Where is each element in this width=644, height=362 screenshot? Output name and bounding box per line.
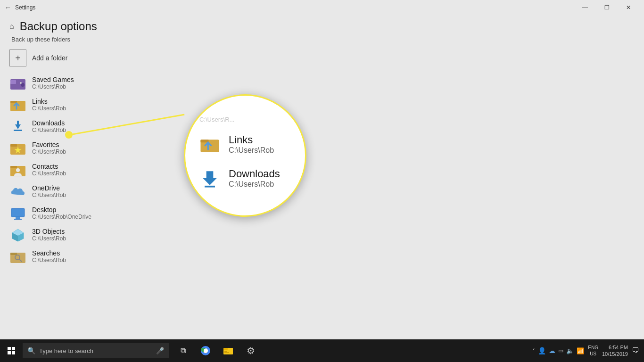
chrome-button[interactable] bbox=[194, 339, 217, 362]
list-item[interactable]: OneDrive C:\Users\Rob bbox=[9, 181, 635, 202]
list-item[interactable]: Desktop C:\Users\Rob\OneDrive bbox=[9, 202, 635, 224]
settings-button[interactable]: ⚙ bbox=[239, 339, 262, 362]
magnify-item-info: Links C:\Users\Rob bbox=[229, 134, 274, 155]
folder-info: Desktop C:\Users\Rob\OneDrive bbox=[32, 206, 91, 220]
folder-info: Links C:\Users\Rob bbox=[32, 98, 66, 112]
folder-name: OneDrive bbox=[32, 184, 66, 192]
svg-marker-29 bbox=[203, 171, 216, 185]
svg-point-3 bbox=[20, 82, 22, 84]
back-arrow-icon[interactable]: ← bbox=[5, 4, 11, 11]
win-square-2 bbox=[12, 347, 15, 350]
add-folder-button[interactable]: + Add a folder bbox=[9, 48, 635, 68]
favorites-icon bbox=[9, 140, 26, 156]
folder-path: C:\Users\Rob bbox=[32, 105, 66, 112]
win-square-4 bbox=[12, 351, 15, 354]
svg-point-14 bbox=[16, 168, 20, 172]
taskbar: 🔍 Type here to search 🎤 ⧉ bbox=[0, 339, 644, 362]
magnify-item-name: Downloads bbox=[229, 168, 280, 180]
list-item[interactable]: 3D Objects C:\Users\Rob bbox=[9, 224, 635, 246]
svg-rect-36 bbox=[224, 351, 227, 352]
clock-time: 6:54 PM bbox=[609, 344, 628, 351]
list-item[interactable]: Contacts C:\Users\Rob bbox=[9, 159, 635, 181]
page-title: Backup options bbox=[20, 20, 97, 33]
list-item[interactable]: Favorites C:\Users\Rob bbox=[9, 137, 635, 159]
svg-rect-13 bbox=[10, 166, 17, 168]
title-bar-title: Settings bbox=[15, 4, 35, 11]
svg-rect-18 bbox=[14, 219, 22, 220]
taskbar-clock[interactable]: 6:54 PM 10/15/2019 bbox=[602, 344, 628, 358]
folder-name: 3D Objects bbox=[32, 228, 66, 235]
windows-icon bbox=[8, 347, 15, 354]
minimize-button[interactable]: — bbox=[574, 0, 596, 15]
title-bar-left: ← Settings bbox=[5, 4, 35, 11]
saved-games-icon bbox=[9, 74, 26, 91]
home-icon[interactable]: ⌂ bbox=[9, 22, 14, 31]
magnify-item-info: Downloads C:\Users\Rob bbox=[229, 168, 280, 189]
people-icon[interactable]: 👤 bbox=[538, 347, 546, 354]
onedrive-icon bbox=[9, 183, 26, 200]
svg-rect-24 bbox=[10, 253, 17, 255]
language-text: ENG bbox=[588, 345, 598, 351]
magnify-item-name: Links bbox=[229, 134, 274, 146]
restore-button[interactable]: ❐ bbox=[596, 0, 618, 15]
folder-path: C:\Users\Rob bbox=[32, 235, 66, 242]
folder-path: C:\Users\Rob bbox=[32, 170, 66, 177]
desktop-icon bbox=[9, 205, 26, 222]
folder-info: Downloads C:\Users\Rob bbox=[32, 119, 66, 133]
folder-path: C:\Users\Rob bbox=[32, 192, 66, 198]
svg-rect-1 bbox=[10, 80, 16, 84]
folder-path: C:\Users\Rob bbox=[32, 148, 66, 155]
list-item[interactable]: Saved Games C:\Users\Rob bbox=[9, 72, 635, 94]
title-bar-controls: — ❐ ✕ bbox=[574, 0, 639, 15]
notification-icon[interactable]: 🗨 bbox=[632, 346, 639, 355]
list-item[interactable]: Downloads C:\Users\Rob bbox=[9, 115, 635, 137]
searches-icon bbox=[9, 248, 26, 265]
add-icon: + bbox=[9, 49, 26, 66]
list-item[interactable]: Links C:\Users\Rob bbox=[9, 94, 635, 115]
folder-list: Saved Games C:\Users\Rob Links C:\Users\… bbox=[9, 72, 635, 267]
folder-path: C:\Users\Rob\OneDrive bbox=[32, 214, 91, 220]
contacts-icon bbox=[9, 161, 26, 178]
clock-date: 10/15/2019 bbox=[602, 351, 628, 357]
folder-name: Desktop bbox=[32, 206, 91, 214]
taskbar-apps: ⧉ ⚙ bbox=[172, 339, 262, 362]
list-item[interactable]: Searches C:\Users\Rob bbox=[9, 246, 635, 267]
hidden-icons-button[interactable]: ˅ bbox=[532, 348, 535, 354]
close-button[interactable]: ✕ bbox=[618, 0, 639, 15]
svg-rect-37 bbox=[224, 352, 229, 353]
magnify-downloads-icon bbox=[199, 168, 220, 189]
links-icon bbox=[9, 96, 26, 113]
svg-rect-10 bbox=[10, 144, 17, 147]
folder-path: C:\Users\Rob bbox=[32, 257, 66, 263]
win-square-1 bbox=[8, 347, 11, 350]
taskbar-search-text: Type here to search bbox=[39, 347, 152, 354]
svg-rect-15 bbox=[11, 208, 25, 217]
magnify-partial-item: C:\Users\R... bbox=[199, 116, 291, 127]
svg-rect-30 bbox=[205, 186, 215, 188]
start-button[interactable] bbox=[0, 339, 23, 362]
folder-path: C:\Users\Rob bbox=[32, 83, 74, 90]
language-indicator: ENG US bbox=[588, 345, 598, 357]
folder-info: Saved Games C:\Users\Rob bbox=[32, 76, 74, 90]
folder-info: Contacts C:\Users\Rob bbox=[32, 163, 66, 177]
speaker-icon[interactable]: 🔈 bbox=[566, 347, 574, 354]
taskbar-search-bar[interactable]: 🔍 Type here to search 🎤 bbox=[23, 343, 169, 358]
svg-marker-7 bbox=[15, 121, 21, 129]
magnify-item-path: C:\Users\Rob bbox=[229, 146, 274, 155]
task-view-button[interactable]: ⧉ bbox=[172, 339, 194, 362]
svg-rect-35 bbox=[223, 348, 228, 350]
svg-point-33 bbox=[204, 349, 207, 353]
folder-name: Favorites bbox=[32, 141, 66, 148]
title-bar: ← Settings — ❐ ✕ bbox=[0, 0, 644, 15]
magnify-content: C:\Users\R... Links C:\Users\Rob bbox=[185, 107, 305, 205]
win-square-3 bbox=[8, 351, 11, 354]
folder-info: OneDrive C:\Users\Rob bbox=[32, 184, 66, 198]
page-header: ⌂ Backup options bbox=[9, 20, 635, 33]
battery-icon: ▭ bbox=[558, 347, 563, 354]
microphone-icon[interactable]: 🎤 bbox=[156, 347, 164, 354]
file-explorer-button[interactable] bbox=[217, 339, 239, 362]
region-text: US bbox=[590, 351, 596, 357]
onedrive-tray-icon[interactable]: ☁ bbox=[549, 347, 555, 354]
main-content: ⌂ Backup options Back up these folders +… bbox=[0, 15, 644, 272]
network-icon[interactable]: 📶 bbox=[577, 347, 584, 354]
